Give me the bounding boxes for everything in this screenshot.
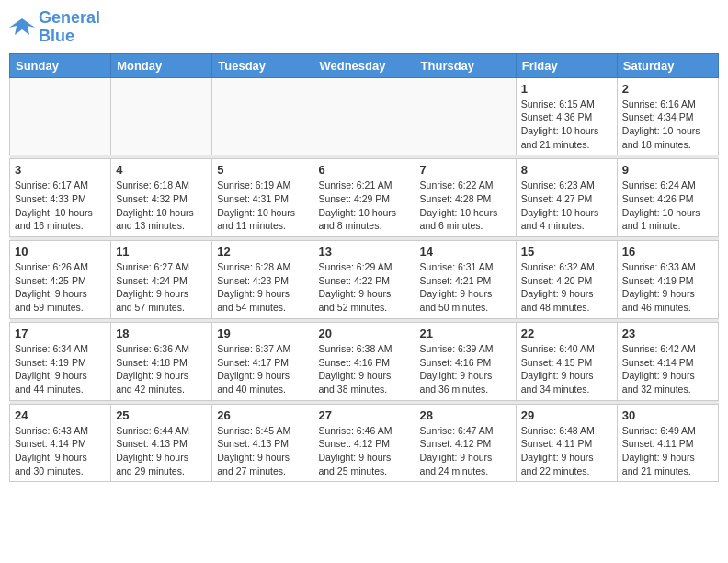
day-number: 25 — [116, 408, 207, 422]
day-number: 23 — [622, 327, 713, 340]
day-number: 11 — [116, 245, 207, 259]
day-number: 17 — [15, 327, 106, 340]
day-info: Sunrise: 6:27 AM Sunset: 4:24 PM Dayligh… — [116, 260, 207, 315]
calendar-week-4: 17Sunrise: 6:34 AM Sunset: 4:19 PM Dayli… — [10, 322, 719, 400]
calendar-cell: 2Sunrise: 6:16 AM Sunset: 4:34 PM Daylig… — [617, 77, 718, 155]
day-info: Sunrise: 6:46 AM Sunset: 4:12 PM Dayligh… — [318, 424, 409, 478]
day-info: Sunrise: 6:39 AM Sunset: 4:16 PM Dayligh… — [420, 342, 511, 396]
calendar-cell: 19Sunrise: 6:37 AM Sunset: 4:17 PM Dayli… — [212, 322, 313, 400]
day-number: 21 — [420, 327, 511, 340]
day-number: 5 — [217, 163, 308, 177]
day-info: Sunrise: 6:28 AM Sunset: 4:23 PM Dayligh… — [217, 260, 308, 315]
day-number: 28 — [420, 408, 511, 422]
day-info: Sunrise: 6:44 AM Sunset: 4:13 PM Dayligh… — [116, 424, 207, 478]
weekday-header-sunday: Sunday — [10, 53, 111, 77]
calendar-cell: 8Sunrise: 6:23 AM Sunset: 4:27 PM Daylig… — [516, 159, 617, 237]
day-info: Sunrise: 6:38 AM Sunset: 4:16 PM Dayligh… — [318, 342, 409, 396]
calendar-cell: 4Sunrise: 6:18 AM Sunset: 4:32 PM Daylig… — [111, 159, 212, 237]
day-number: 7 — [420, 163, 511, 177]
day-info: Sunrise: 6:34 AM Sunset: 4:19 PM Dayligh… — [15, 342, 106, 396]
calendar-week-1: 1Sunrise: 6:15 AM Sunset: 4:36 PM Daylig… — [10, 77, 719, 155]
calendar-cell: 23Sunrise: 6:42 AM Sunset: 4:14 PM Dayli… — [617, 322, 718, 400]
calendar-cell: 18Sunrise: 6:36 AM Sunset: 4:18 PM Dayli… — [111, 322, 212, 400]
calendar-cell: 7Sunrise: 6:22 AM Sunset: 4:28 PM Daylig… — [415, 159, 516, 237]
calendar-cell: 14Sunrise: 6:31 AM Sunset: 4:21 PM Dayli… — [415, 241, 516, 319]
day-number: 18 — [116, 327, 207, 340]
calendar-cell: 3Sunrise: 6:17 AM Sunset: 4:33 PM Daylig… — [10, 159, 111, 237]
svg-marker-0 — [9, 18, 35, 35]
calendar-cell: 1Sunrise: 6:15 AM Sunset: 4:36 PM Daylig… — [516, 77, 617, 155]
day-info: Sunrise: 6:18 AM Sunset: 4:32 PM Dayligh… — [116, 178, 207, 233]
day-info: Sunrise: 6:37 AM Sunset: 4:17 PM Dayligh… — [217, 342, 308, 396]
calendar-cell: 26Sunrise: 6:45 AM Sunset: 4:13 PM Dayli… — [212, 404, 313, 482]
logo-blue: Blue — [39, 27, 74, 45]
calendar-cell: 27Sunrise: 6:46 AM Sunset: 4:12 PM Dayli… — [313, 404, 415, 482]
calendar-cell: 5Sunrise: 6:19 AM Sunset: 4:31 PM Daylig… — [212, 159, 313, 237]
day-number: 22 — [521, 327, 612, 340]
calendar-cell: 9Sunrise: 6:24 AM Sunset: 4:26 PM Daylig… — [617, 159, 718, 237]
day-info: Sunrise: 6:16 AM Sunset: 4:34 PM Dayligh… — [622, 98, 713, 152]
calendar-header-row: SundayMondayTuesdayWednesdayThursdayFrid… — [10, 53, 719, 77]
calendar-cell: 16Sunrise: 6:33 AM Sunset: 4:19 PM Dayli… — [617, 241, 718, 319]
weekday-header-tuesday: Tuesday — [212, 53, 313, 77]
calendar-cell: 12Sunrise: 6:28 AM Sunset: 4:23 PM Dayli… — [212, 241, 313, 319]
day-info: Sunrise: 6:36 AM Sunset: 4:18 PM Dayligh… — [116, 342, 207, 396]
day-info: Sunrise: 6:17 AM Sunset: 4:33 PM Dayligh… — [15, 178, 106, 233]
weekday-header-thursday: Thursday — [415, 53, 516, 77]
logo-general: General — [39, 8, 100, 27]
calendar-cell: 22Sunrise: 6:40 AM Sunset: 4:15 PM Dayli… — [516, 322, 617, 400]
weekday-header-wednesday: Wednesday — [313, 53, 415, 77]
logo-text: General Blue — [39, 9, 100, 46]
day-info: Sunrise: 6:40 AM Sunset: 4:15 PM Dayligh… — [521, 342, 612, 396]
day-info: Sunrise: 6:22 AM Sunset: 4:28 PM Dayligh… — [420, 178, 511, 233]
logo: General Blue — [9, 9, 100, 46]
calendar-week-2: 3Sunrise: 6:17 AM Sunset: 4:33 PM Daylig… — [10, 159, 719, 237]
page-header: General Blue — [9, 9, 719, 46]
day-number: 16 — [622, 245, 713, 259]
calendar-cell — [10, 77, 111, 155]
logo-bird-icon — [9, 15, 35, 40]
calendar-cell: 6Sunrise: 6:21 AM Sunset: 4:29 PM Daylig… — [313, 159, 415, 237]
day-info: Sunrise: 6:23 AM Sunset: 4:27 PM Dayligh… — [521, 178, 612, 233]
calendar-cell: 28Sunrise: 6:47 AM Sunset: 4:12 PM Dayli… — [415, 404, 516, 482]
day-info: Sunrise: 6:21 AM Sunset: 4:29 PM Dayligh… — [318, 178, 409, 233]
day-info: Sunrise: 6:31 AM Sunset: 4:21 PM Dayligh… — [420, 260, 511, 315]
day-number: 20 — [318, 327, 409, 340]
day-number: 2 — [622, 82, 713, 96]
day-number: 15 — [521, 245, 612, 259]
calendar-cell — [111, 77, 212, 155]
day-info: Sunrise: 6:24 AM Sunset: 4:26 PM Dayligh… — [622, 178, 713, 233]
day-number: 10 — [15, 245, 106, 259]
calendar-cell: 17Sunrise: 6:34 AM Sunset: 4:19 PM Dayli… — [10, 322, 111, 400]
calendar-cell: 29Sunrise: 6:48 AM Sunset: 4:11 PM Dayli… — [516, 404, 617, 482]
day-info: Sunrise: 6:42 AM Sunset: 4:14 PM Dayligh… — [622, 342, 713, 396]
day-info: Sunrise: 6:33 AM Sunset: 4:19 PM Dayligh… — [622, 260, 713, 315]
day-info: Sunrise: 6:26 AM Sunset: 4:25 PM Dayligh… — [15, 260, 106, 315]
calendar-table: SundayMondayTuesdayWednesdayThursdayFrid… — [9, 53, 719, 483]
calendar-cell: 30Sunrise: 6:49 AM Sunset: 4:11 PM Dayli… — [617, 404, 718, 482]
day-number: 8 — [521, 163, 612, 177]
day-number: 9 — [622, 163, 713, 177]
calendar-cell: 24Sunrise: 6:43 AM Sunset: 4:14 PM Dayli… — [10, 404, 111, 482]
calendar-cell: 25Sunrise: 6:44 AM Sunset: 4:13 PM Dayli… — [111, 404, 212, 482]
day-number: 19 — [217, 327, 308, 340]
day-number: 1 — [521, 82, 612, 96]
day-info: Sunrise: 6:15 AM Sunset: 4:36 PM Dayligh… — [521, 98, 612, 152]
day-info: Sunrise: 6:47 AM Sunset: 4:12 PM Dayligh… — [420, 424, 511, 478]
day-info: Sunrise: 6:29 AM Sunset: 4:22 PM Dayligh… — [318, 260, 409, 315]
calendar-week-5: 24Sunrise: 6:43 AM Sunset: 4:14 PM Dayli… — [10, 404, 719, 482]
day-info: Sunrise: 6:48 AM Sunset: 4:11 PM Dayligh… — [521, 424, 612, 478]
day-number: 4 — [116, 163, 207, 177]
day-info: Sunrise: 6:32 AM Sunset: 4:20 PM Dayligh… — [521, 260, 612, 315]
day-number: 14 — [420, 245, 511, 259]
day-number: 6 — [318, 163, 409, 177]
day-number: 30 — [622, 408, 713, 422]
calendar-cell: 21Sunrise: 6:39 AM Sunset: 4:16 PM Dayli… — [415, 322, 516, 400]
calendar-cell: 15Sunrise: 6:32 AM Sunset: 4:20 PM Dayli… — [516, 241, 617, 319]
day-number: 12 — [217, 245, 308, 259]
day-number: 3 — [15, 163, 106, 177]
day-number: 13 — [318, 245, 409, 259]
day-number: 26 — [217, 408, 308, 422]
calendar-cell — [415, 77, 516, 155]
calendar-week-3: 10Sunrise: 6:26 AM Sunset: 4:25 PM Dayli… — [10, 241, 719, 319]
